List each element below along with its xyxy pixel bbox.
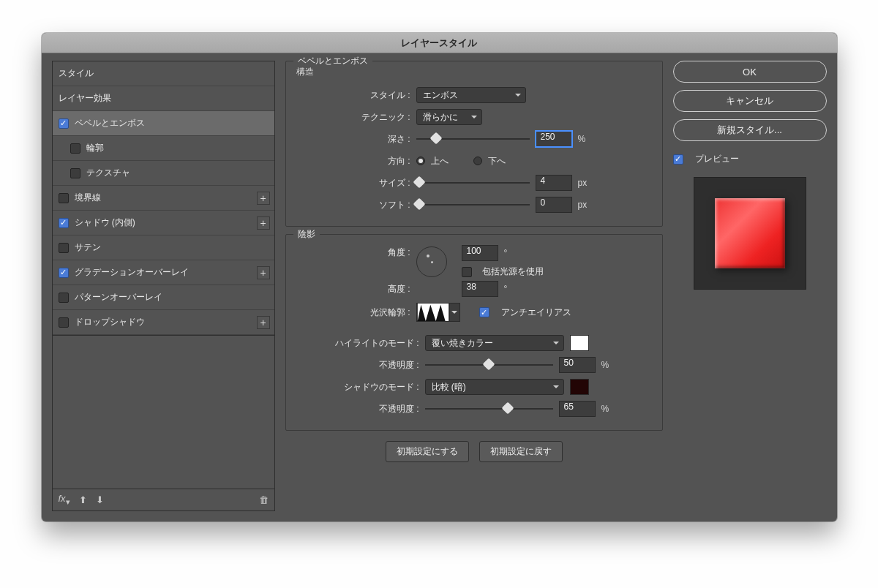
move-up-icon[interactable]: ⬆ bbox=[79, 494, 87, 505]
panel-title: ベベルとエンボス bbox=[293, 55, 372, 67]
inner-shadow-checkbox[interactable] bbox=[59, 218, 69, 228]
inner-shadow-label: シャドウ (内側) bbox=[75, 216, 135, 229]
style-label: スタイル : bbox=[309, 89, 410, 102]
soften-input[interactable]: 0 bbox=[536, 197, 572, 213]
settings-panel: ベベルとエンボス 構造 スタイル : エンボス テクニック : 滑らかに 深さ … bbox=[285, 61, 663, 511]
bevel-emboss-row[interactable]: ベベルとエンボス bbox=[53, 111, 274, 136]
gloss-contour-dropdown[interactable] bbox=[450, 303, 460, 322]
preview-checkbox[interactable] bbox=[673, 154, 683, 165]
global-light-label: 包括光源を使用 bbox=[482, 265, 544, 278]
stroke-label: 境界線 bbox=[75, 192, 101, 204]
global-light-checkbox[interactable] bbox=[462, 267, 472, 277]
shadow-opacity-input[interactable]: 65 bbox=[559, 401, 596, 417]
style-list-footer: fx▾ ⬆ ⬇ 🗑 bbox=[52, 489, 275, 511]
gradient-overlay-label: グラデーションオーバーレイ bbox=[75, 266, 189, 279]
style-select[interactable]: エンボス bbox=[416, 87, 526, 103]
cancel-button[interactable]: キャンセル bbox=[673, 90, 827, 112]
soften-unit: px bbox=[578, 200, 588, 210]
satin-label: サテン bbox=[75, 241, 101, 254]
angle-input[interactable]: 100 bbox=[462, 245, 498, 261]
direction-up-radio[interactable] bbox=[416, 157, 425, 165]
altitude-unit: ° bbox=[504, 284, 508, 294]
satin-checkbox[interactable] bbox=[59, 243, 69, 253]
altitude-label: 高度 : bbox=[309, 283, 410, 295]
blending-label: レイヤー効果 bbox=[59, 92, 111, 105]
shadow-color-swatch[interactable] bbox=[570, 379, 589, 395]
size-unit: px bbox=[578, 178, 588, 188]
preview-swatch bbox=[715, 198, 785, 268]
styles-header[interactable]: スタイル bbox=[53, 61, 274, 86]
direction-up-label: 上へ bbox=[431, 155, 449, 167]
shadow-mode-label: シャドウのモード : bbox=[309, 381, 419, 393]
shadow-opacity-slider[interactable] bbox=[425, 402, 553, 415]
drop-shadow-row[interactable]: ドロップシャドウ+ bbox=[53, 310, 274, 335]
make-default-button[interactable]: 初期設定にする bbox=[386, 441, 469, 462]
contour-checkbox[interactable] bbox=[70, 143, 80, 154]
texture-row[interactable]: テクスチャ bbox=[53, 161, 274, 186]
highlight-opacity-input[interactable]: 50 bbox=[559, 357, 596, 373]
pattern-overlay-label: パターンオーバーレイ bbox=[75, 291, 162, 304]
shadow-mode-select[interactable]: 比較 (暗) bbox=[425, 379, 564, 395]
altitude-input[interactable]: 38 bbox=[462, 281, 498, 297]
gradient-overlay-row[interactable]: グラデーションオーバーレイ+ bbox=[53, 260, 274, 285]
size-label: サイズ : bbox=[309, 177, 410, 189]
structure-legend: 構造 bbox=[296, 66, 652, 78]
reset-default-button[interactable]: 初期設定に戻す bbox=[479, 441, 563, 462]
pattern-overlay-row[interactable]: パターンオーバーレイ bbox=[53, 285, 274, 310]
satin-row[interactable]: サテン bbox=[53, 235, 274, 260]
stroke-checkbox[interactable] bbox=[59, 193, 69, 203]
inner-shadow-row[interactable]: シャドウ (内側)+ bbox=[53, 211, 274, 235]
add-inner-shadow-icon[interactable]: + bbox=[257, 216, 270, 230]
soften-slider[interactable] bbox=[416, 198, 530, 211]
blending-options-row[interactable]: レイヤー効果 bbox=[53, 86, 274, 111]
add-stroke-icon[interactable]: + bbox=[257, 192, 270, 205]
dialog-title: レイヤースタイル bbox=[401, 37, 477, 50]
move-down-icon[interactable]: ⬇ bbox=[96, 494, 104, 505]
styles-header-label: スタイル bbox=[59, 67, 94, 80]
highlight-opacity-slider[interactable] bbox=[425, 358, 553, 372]
antialias-label: アンチエイリアス bbox=[501, 306, 571, 319]
depth-unit: % bbox=[578, 134, 586, 144]
pattern-overlay-checkbox[interactable] bbox=[59, 293, 69, 303]
angle-unit: ° bbox=[504, 248, 508, 258]
soften-label: ソフト : bbox=[309, 199, 410, 211]
technique-select[interactable]: 滑らかに bbox=[416, 109, 482, 125]
drop-shadow-checkbox[interactable] bbox=[59, 317, 69, 328]
gradient-overlay-checkbox[interactable] bbox=[59, 268, 69, 278]
preview-label: プレビュー bbox=[695, 153, 739, 165]
highlight-opacity-label: 不透明度 : bbox=[309, 359, 419, 372]
shading-legend: 陰影 bbox=[293, 228, 320, 241]
contour-label: 輪郭 bbox=[86, 142, 104, 154]
highlight-mode-label: ハイライトのモード : bbox=[309, 337, 419, 350]
shadow-opacity-label: 不透明度 : bbox=[309, 403, 419, 415]
add-drop-shadow-icon[interactable]: + bbox=[257, 316, 270, 329]
highlight-opacity-unit: % bbox=[601, 360, 609, 370]
bevel-label: ベベルとエンボス bbox=[75, 117, 145, 129]
antialias-checkbox[interactable] bbox=[479, 307, 489, 317]
direction-label: 方向 : bbox=[309, 155, 410, 167]
bevel-checkbox[interactable] bbox=[59, 118, 69, 129]
direction-down-label: 下へ bbox=[488, 155, 506, 167]
layer-style-dialog: レイヤースタイル スタイル レイヤー効果 ベベルとエンボス 輪郭 テクスチャ 境… bbox=[42, 33, 837, 521]
stroke-row[interactable]: 境界線+ bbox=[53, 186, 274, 211]
size-slider[interactable] bbox=[416, 176, 530, 189]
preview-thumbnail bbox=[694, 177, 806, 290]
angle-dial[interactable] bbox=[416, 246, 447, 277]
depth-input[interactable]: 250 bbox=[536, 131, 572, 147]
texture-label: テクスチャ bbox=[86, 167, 130, 179]
texture-checkbox[interactable] bbox=[70, 168, 80, 178]
contour-row[interactable]: 輪郭 bbox=[53, 136, 274, 161]
direction-down-radio[interactable] bbox=[473, 157, 482, 165]
add-gradient-overlay-icon[interactable]: + bbox=[257, 266, 270, 279]
size-input[interactable]: 4 bbox=[536, 175, 572, 191]
technique-label: テクニック : bbox=[309, 111, 410, 124]
gloss-contour-picker[interactable] bbox=[416, 303, 450, 322]
fx-icon[interactable]: fx▾ bbox=[59, 493, 70, 507]
titlebar[interactable]: レイヤースタイル bbox=[42, 33, 837, 53]
highlight-color-swatch[interactable] bbox=[570, 335, 589, 351]
highlight-mode-select[interactable]: 覆い焼きカラー bbox=[425, 335, 564, 351]
trash-icon[interactable]: 🗑 bbox=[259, 494, 269, 505]
new-style-button[interactable]: 新規スタイル... bbox=[673, 119, 827, 141]
depth-slider[interactable] bbox=[416, 132, 530, 146]
ok-button[interactable]: OK bbox=[673, 61, 827, 83]
